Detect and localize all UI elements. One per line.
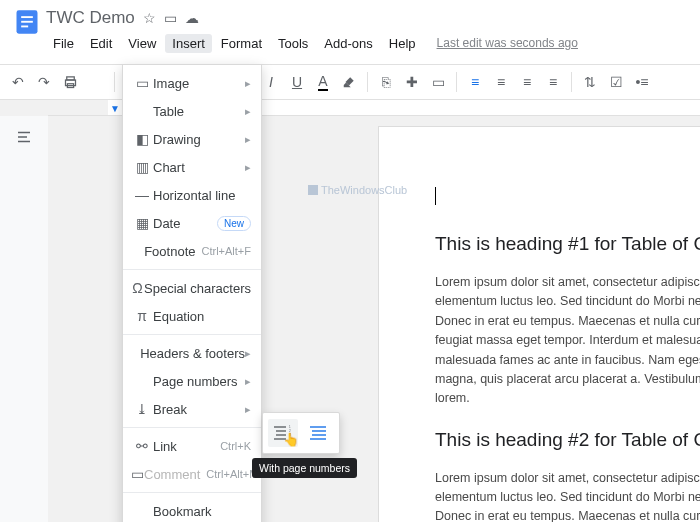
chevron-right-icon: ▸ (245, 133, 251, 146)
menu-insert[interactable]: Insert (165, 34, 212, 53)
insert-comment-button[interactable]: ✚ (400, 70, 424, 94)
align-center-button[interactable]: ≡ (489, 70, 513, 94)
text-color-button[interactable]: A (311, 70, 335, 94)
insert-horizontal-line[interactable]: ―Horizontal line (123, 181, 261, 209)
toc-options-flyout: 1234 (262, 412, 340, 454)
chevron-right-icon: ▸ (245, 347, 251, 360)
undo-button[interactable]: ↶ (6, 70, 30, 94)
menu-addons[interactable]: Add-ons (317, 34, 379, 53)
cloud-saved-icon: ☁ (185, 10, 199, 26)
new-badge: New (217, 216, 251, 231)
outline-toggle-icon[interactable] (15, 128, 33, 150)
checklist-button[interactable]: ☑ (604, 70, 628, 94)
insert-image[interactable]: ▭Image▸ (123, 69, 261, 97)
menu-format[interactable]: Format (214, 34, 269, 53)
svg-rect-3 (21, 26, 28, 28)
insert-special-characters[interactable]: ΩSpecial characters (123, 274, 261, 302)
italic-button[interactable]: I (259, 70, 283, 94)
insert-break[interactable]: ⤓Break▸ (123, 395, 261, 423)
svg-rect-2 (21, 21, 33, 23)
insert-link-button[interactable]: ⎘ (374, 70, 398, 94)
svg-rect-1 (21, 16, 33, 18)
image-icon: ▭ (131, 75, 153, 91)
move-folder-icon[interactable]: ▭ (164, 10, 177, 26)
insert-chart[interactable]: ▥Chart▸ (123, 153, 261, 181)
comment-icon: ▭ (131, 466, 144, 482)
heading-1[interactable]: This is heading #1 for Table of Contents (435, 233, 700, 255)
docs-logo[interactable] (8, 6, 46, 64)
chevron-right-icon: ▸ (245, 77, 251, 90)
last-edit-link[interactable]: Last edit was seconds ago (437, 36, 578, 50)
align-justify-button[interactable]: ≡ (541, 70, 565, 94)
chevron-right-icon: ▸ (245, 105, 251, 118)
hr-icon: ― (131, 187, 153, 203)
insert-equation[interactable]: πEquation (123, 302, 261, 330)
ruler-row: ▼ (0, 100, 700, 116)
paragraph-2[interactable]: Lorem ipsum dolor sit amet, consectetur … (435, 469, 700, 522)
menu-edit[interactable]: Edit (83, 34, 119, 53)
insert-footnote[interactable]: FootnoteCtrl+Alt+F (123, 237, 261, 265)
toc-with-links[interactable] (304, 419, 334, 447)
highlight-button[interactable] (337, 70, 361, 94)
underline-button[interactable]: U (285, 70, 309, 94)
pointer-cursor-icon: 👆 (283, 432, 299, 447)
menu-help[interactable]: Help (382, 34, 423, 53)
insert-link[interactable]: ⚯LinkCtrl+K (123, 432, 261, 460)
watermark: TheWindowsClub (308, 184, 407, 196)
left-sidebar (0, 116, 48, 522)
text-cursor (435, 187, 436, 205)
spellcheck-button[interactable] (84, 70, 108, 94)
print-button[interactable] (58, 70, 82, 94)
paragraph-1[interactable]: Lorem ipsum dolor sit amet, consectetur … (435, 273, 700, 409)
line-spacing-button[interactable]: ⇅ (578, 70, 602, 94)
pi-icon: π (131, 308, 153, 324)
page[interactable]: This is heading #1 for Table of Contents… (378, 126, 700, 522)
tab-marker-icon[interactable]: ▼ (110, 103, 120, 114)
insert-drawing[interactable]: ◧Drawing▸ (123, 125, 261, 153)
omega-icon: Ω (131, 280, 144, 296)
menu-view[interactable]: View (121, 34, 163, 53)
chart-icon: ▥ (131, 159, 153, 175)
insert-comment[interactable]: ▭CommentCtrl+Alt+M (123, 460, 261, 488)
chevron-right-icon: ▸ (245, 161, 251, 174)
bulleted-list-button[interactable]: •≡ (630, 70, 654, 94)
insert-table[interactable]: Table▸ (123, 97, 261, 125)
insert-headers-footers[interactable]: Headers & footers▸ (123, 339, 261, 367)
chevron-right-icon: ▸ (245, 375, 251, 388)
insert-image-button[interactable]: ▭ (426, 70, 450, 94)
app-header: TWC Demo ☆ ▭ ☁ File Edit View Insert For… (0, 0, 700, 64)
menu-tools[interactable]: Tools (271, 34, 315, 53)
drawing-icon: ◧ (131, 131, 153, 147)
menubar: File Edit View Insert Format Tools Add-o… (46, 32, 692, 54)
align-left-button[interactable]: ≡ (463, 70, 487, 94)
align-right-button[interactable]: ≡ (515, 70, 539, 94)
link-icon: ⚯ (131, 438, 153, 454)
break-icon: ⤓ (131, 401, 153, 417)
insert-menu-dropdown: ▭Image▸ Table▸ ◧Drawing▸ ▥Chart▸ ―Horizo… (122, 64, 262, 522)
insert-page-numbers[interactable]: Page numbers▸ (123, 367, 261, 395)
toolbar: ↶ ↷ − 11 + B I U A ⎘ ✚ ▭ ≡ ≡ ≡ ≡ ⇅ ☑ •≡ (0, 64, 700, 100)
insert-bookmark[interactable]: Bookmark (123, 497, 261, 522)
insert-date[interactable]: ▦DateNew (123, 209, 261, 237)
chevron-right-icon: ▸ (245, 403, 251, 416)
menu-file[interactable]: File (46, 34, 81, 53)
heading-2[interactable]: This is heading #2 for Table of Contents (435, 429, 700, 451)
star-icon[interactable]: ☆ (143, 10, 156, 26)
calendar-icon: ▦ (131, 215, 153, 231)
redo-button[interactable]: ↷ (32, 70, 56, 94)
tooltip: With page numbers (252, 458, 357, 478)
document-title[interactable]: TWC Demo (46, 8, 135, 28)
